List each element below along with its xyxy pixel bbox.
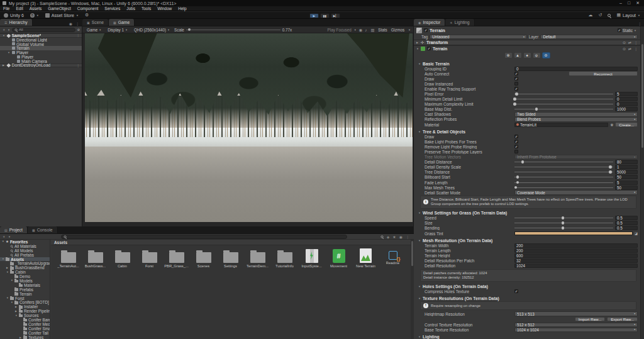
section-header-texture-resolutions-on-terrain-data[interactable]: ▼Texture Resolutions (On Terrain Data) [414, 296, 640, 301]
vsync-icon[interactable]: ▥ [370, 28, 374, 32]
foldout-arrow-icon[interactable]: ▶ [15, 309, 18, 313]
project-tree-item-assets[interactable]: ▼Assets [0, 257, 50, 262]
create-asset-button[interactable]: ＋ [2, 234, 6, 240]
help-icon[interactable]: ⊙ [623, 47, 626, 51]
menu-item-gameobject[interactable]: GameObject [48, 6, 71, 11]
import-raw-button[interactable]: Import Raw... [575, 317, 605, 322]
gizmos-dropdown[interactable]: Gizmos [391, 28, 404, 32]
slider-thumb[interactable] [562, 226, 565, 230]
slider-thumb[interactable] [516, 175, 519, 179]
project-tree-item-bushgrassbend[interactable]: ▶BushGrassBend [0, 265, 50, 270]
asset-item-movement[interactable]: #Movement [325, 248, 352, 268]
foldout-arrow-icon[interactable]: ▼ [418, 211, 421, 214]
value-field-speed[interactable]: 0.5 [615, 216, 638, 220]
menu-item-help[interactable]: Help [178, 6, 186, 11]
checkbox-draw[interactable]: ✓ [514, 135, 518, 138]
value-field-detail-resolution-per-patch[interactable]: 32 [514, 258, 638, 263]
foldout-arrow-icon[interactable]: ▼ [2, 240, 4, 243]
foldout-arrow-icon[interactable]: ▼ [418, 335, 421, 338]
foldout-arrow-icon[interactable]: ▼ [15, 314, 18, 317]
value-field-max-mesh-trees[interactable]: 50 [615, 186, 638, 190]
menu-item-file[interactable]: File [3, 6, 9, 11]
more-options-icon[interactable]: ⋮ [406, 235, 409, 239]
foldout-arrow-icon[interactable]: ▶ [416, 41, 418, 44]
favorites-star-icon[interactable]: ★ [392, 235, 396, 239]
checkbox-compress-holes-texture[interactable]: ✓ [514, 289, 518, 293]
dropdown-reflection-probes[interactable]: Blend Probes▼ [514, 117, 638, 122]
audio-mute-icon[interactable]: ♪ [365, 28, 367, 32]
value-field-fade-length[interactable]: 5 [615, 181, 638, 185]
scene-visibility-icon[interactable]: ◉ [69, 21, 72, 26]
section-header-wind-settings-for-grass-on-terrain-data[interactable]: ▼Wind Settings for Grass (On Terrain Dat… [414, 211, 640, 216]
value-field-detail-distance[interactable]: 80 [615, 160, 638, 164]
slider-thumb[interactable] [609, 170, 612, 174]
dropdown-base-texture-resolution[interactable]: 1024 x 1024▼ [514, 328, 638, 333]
foldout-arrow-icon[interactable]: ▼ [3, 34, 6, 37]
slider-thumb[interactable] [562, 221, 565, 225]
kebab-menu-icon[interactable]: ⋮ [77, 33, 82, 37]
cloud-icon[interactable]: ☁ [589, 13, 593, 18]
project-tree-item-conifer-medium[interactable]: Conifer Medium [0, 322, 50, 326]
transform-component-header[interactable]: ▶ ✛ Transform ⊙ ⇄ ⋮ [414, 40, 640, 45]
section-header-holes-settings-on-terrain-data[interactable]: ▼Holes Settings (On Terrain Data) [414, 284, 640, 289]
slider-tree-distance[interactable] [514, 170, 613, 174]
gameobject-name[interactable]: Terrain [430, 28, 616, 33]
project-tree-item-cabin[interactable]: ▼Cabin [0, 270, 50, 274]
section-header-tree-detail-objects[interactable]: ▼Tree & Detail Objects [414, 129, 640, 134]
dropdown-detail-scatter-mode[interactable]: Coverage Mode▼ [514, 190, 638, 195]
project-scrollbar[interactable] [411, 240, 414, 339]
terrain-component-header[interactable]: ▼ ✓ Terrain ⊙ ⇄ ⋮ [414, 45, 640, 51]
checkbox-auto-connect[interactable]: ✓ [514, 72, 518, 75]
value-field-bending[interactable]: 0.5 [615, 226, 638, 230]
menu-item-window[interactable]: Window [157, 6, 172, 11]
value-field-maximum-complexity-limit[interactable]: 0 [615, 102, 638, 106]
asset-item-tutorialinfo[interactable]: TutorialInfo [271, 248, 298, 268]
foldout-arrow-icon[interactable]: ▼ [418, 297, 421, 300]
project-tree-item-all-models[interactable]: All Models [0, 248, 50, 253]
active-checkbox[interactable]: ✓ [424, 28, 428, 32]
value-field-terrain-width[interactable]: 200 [514, 243, 638, 248]
create-neighbor-terrains-button[interactable]: ⊕ [504, 52, 513, 58]
tab-console[interactable]: ▦ Console [28, 226, 58, 233]
checkbox-enable-ray-tracing-support[interactable]: ✓ [514, 87, 518, 91]
asset-store-button[interactable]: Asset Store ▼ [45, 13, 79, 18]
foldout-arrow-icon[interactable]: ▶ [19, 336, 22, 339]
presets-icon[interactable]: ⇄ [628, 40, 631, 45]
value-field-base-map-dist[interactable]: 1000 [615, 107, 638, 111]
tab-inspector[interactable]: ◉ Inspector [414, 19, 445, 26]
foldout-arrow-icon[interactable]: ▼ [418, 62, 421, 65]
export-raw-button[interactable]: Export Raw... [607, 317, 638, 322]
scrollbar-thumb[interactable] [411, 241, 413, 266]
slider-thumb[interactable] [513, 103, 516, 106]
slider-detail-density-scale[interactable] [514, 165, 613, 169]
more-options-icon[interactable]: ⋮ [75, 21, 79, 26]
slider-speed[interactable] [514, 216, 613, 220]
asset-item-terrainaut[interactable]: _TerrainAut... [55, 248, 82, 268]
foldout-arrow-icon[interactable]: ▼ [11, 301, 13, 304]
value-field-detail-density-scale[interactable]: 1 [615, 165, 638, 169]
slider-detail-distance[interactable] [514, 160, 613, 164]
menu-item-services[interactable]: Services [104, 6, 120, 11]
create-button[interactable]: Create... [615, 122, 638, 127]
value-field-minimum-detail-limit[interactable]: 0 [615, 97, 638, 101]
component-enabled-checkbox[interactable]: ✓ [427, 47, 431, 50]
tab-lighting[interactable]: ☀ Lighting [445, 19, 474, 26]
value-field-pixel-error[interactable]: 5 [615, 92, 638, 96]
search-icon[interactable] [608, 14, 611, 17]
asset-item-readme[interactable]: {}Readme [379, 248, 406, 268]
project-tree-item-favorites[interactable]: ▼★Favorites [0, 240, 50, 244]
unity-version-chip[interactable]: Unity 6 [4, 13, 24, 18]
slider-pixel-error[interactable] [514, 92, 613, 96]
asset-item-terraindem[interactable]: TerrainDem... [244, 248, 271, 268]
assets-breadcrumb[interactable]: Assets [54, 240, 67, 245]
paint-trees-button[interactable]: ♠ [523, 52, 531, 58]
kebab-menu-icon[interactable]: ⋮ [77, 64, 82, 67]
project-tree-item-materials[interactable]: Materials [0, 283, 50, 287]
slider-thumb[interactable] [513, 97, 516, 101]
slider-thumb[interactable] [521, 160, 525, 164]
display-dropdown[interactable]: Display 1 ▼ [106, 27, 130, 32]
object-picker-icon[interactable]: ◉ [610, 123, 613, 126]
checkbox-draw[interactable]: ✓ [514, 77, 518, 81]
color-field-grass-tint[interactable] [514, 231, 633, 235]
hierarchy-item-dontdestroyonload[interactable]: ▶DontDestroyOnLoad⋮ [0, 64, 82, 68]
